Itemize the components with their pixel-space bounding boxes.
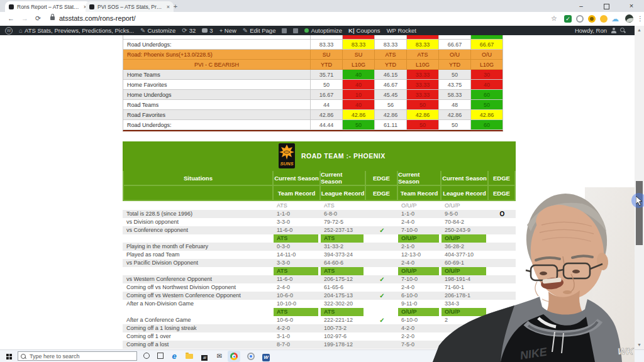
stat-cell: 33.33 xyxy=(406,70,438,80)
admin-new-link[interactable]: + New xyxy=(219,27,236,34)
tab-pvi-sos[interactable]: PVI SOS – ATS Stats, Previews, P... × xyxy=(86,1,174,12)
column-header-cell: O/U xyxy=(438,50,470,60)
situation-cell: Coming off vs Northwest Division Opponen… xyxy=(123,283,274,292)
howdy-label[interactable]: Howdy, Ron xyxy=(575,27,607,34)
stat-cell: 42.86 xyxy=(406,110,438,120)
new-tab-button[interactable]: + xyxy=(171,2,180,11)
admin-comments-link[interactable]: 3 xyxy=(202,27,213,34)
user-icon xyxy=(611,28,616,33)
record-cell: 6-8-0 xyxy=(321,210,366,218)
edit-icon: ✎ xyxy=(243,27,248,34)
edge-cell: ✓ xyxy=(366,226,398,234)
recorder-app-icon[interactable] xyxy=(247,352,255,361)
stat-cell xyxy=(342,35,374,40)
admin-wp-rocket-link[interactable]: WP Rocket xyxy=(387,27,416,34)
stat-cell: 46.15 xyxy=(374,70,406,80)
situation-cell: Playing in the month of February xyxy=(123,243,274,251)
scrollbar-up-icon[interactable]: ▲ xyxy=(635,26,644,35)
tab-rons-report[interactable]: Rons Report – ATS Stats, Previe... × xyxy=(5,1,91,12)
suns-logo-icon: SUNS xyxy=(279,143,295,168)
admin-updates-link[interactable]: ⟳ 32 xyxy=(182,27,196,34)
edge-cell xyxy=(366,243,398,251)
bookmark-star-icon[interactable]: ☆ xyxy=(551,12,557,25)
row-label: Road: Phoenix Suns(+13.0/228.5) xyxy=(123,50,310,60)
stat-cell: 44 xyxy=(310,100,342,110)
record-cell: 102-97-6 xyxy=(321,332,366,341)
record-cell: 206-175-12 xyxy=(321,275,366,283)
top-table-row: Road Underdogs:83.3383.3383.3383.3366.67… xyxy=(123,40,502,50)
admin-edit-page-link[interactable]: ✎ Edit Page xyxy=(243,27,276,34)
forward-button[interactable]: → xyxy=(21,12,28,25)
admin-plugin-icon-1[interactable] xyxy=(282,28,287,33)
record-cell: 3-3-0 xyxy=(274,218,321,226)
taskbar-search-input[interactable]: Type here to search xyxy=(18,351,137,361)
extension-cloud-icon[interactable]: ☁ xyxy=(611,15,619,23)
autoptimize-label: Autoptimize xyxy=(311,27,342,34)
stat-cell: 42.86 xyxy=(342,110,374,120)
search-icon[interactable] xyxy=(620,28,626,33)
extension-check-icon[interactable]: ✓ xyxy=(564,15,572,23)
record-cell: 64-60-6 xyxy=(321,259,366,267)
back-button[interactable]: ← xyxy=(8,12,14,25)
browser-menu-icon[interactable]: ⋮ xyxy=(637,12,643,25)
tab-close-icon[interactable]: × xyxy=(167,4,170,10)
record-cell: 222-221-12 xyxy=(321,316,366,324)
edge-cell xyxy=(366,341,398,349)
row-label: Road Favorites xyxy=(123,110,310,120)
profile-avatar[interactable] xyxy=(625,14,633,23)
top-table-row: Road: Phoenix Suns(+13.0/228.5)SUSUATSAT… xyxy=(123,50,502,60)
column-header-cell: L10G xyxy=(342,60,374,70)
microsoft-store-icon[interactable]: ⊞ xyxy=(200,352,209,361)
row-label: Home Teams xyxy=(123,70,310,80)
cortana-icon[interactable] xyxy=(142,352,151,361)
scrollbar-down-icon[interactable]: ▼ xyxy=(635,341,644,349)
tab-title: Rons Report – ATS Stats, Previe... xyxy=(17,4,81,10)
admin-coupons-link[interactable]: K| Coupons xyxy=(348,27,380,34)
header-cell: Situations xyxy=(123,171,274,186)
tab-title: PVI SOS – ATS Stats, Previews, P... xyxy=(97,4,164,10)
window-maximize-button[interactable] xyxy=(594,0,619,12)
chrome-icon[interactable] xyxy=(228,351,240,362)
stat-cell: 40 xyxy=(342,80,374,90)
row-label: Home Underdogs xyxy=(123,90,310,100)
window-minimize-button[interactable]: – xyxy=(569,0,594,12)
stat-cell: 45.45 xyxy=(374,90,406,100)
task-view-icon[interactable] xyxy=(156,352,165,361)
situation-cell xyxy=(123,267,274,275)
group-header-cell xyxy=(366,267,398,275)
situation-cell: Coming off vs Western Conference Opponen… xyxy=(123,292,274,300)
stat-cell: 50 xyxy=(470,100,502,110)
extension-ring-icon[interactable] xyxy=(576,15,584,23)
stat-cell: 40 xyxy=(470,80,502,90)
comments-icon xyxy=(202,28,208,33)
group-header-cell xyxy=(366,308,398,316)
extension-amber2-icon[interactable] xyxy=(600,15,608,23)
mail-icon[interactable]: ✉ xyxy=(215,352,224,361)
situation-cell: After a Conference Game xyxy=(123,316,274,324)
situation-cell: Coming off a lost xyxy=(123,341,274,349)
admin-customize-link[interactable]: ✎ Customize xyxy=(140,27,175,34)
reload-button[interactable]: ⟳ xyxy=(35,12,41,25)
record-cell: 394-373-24 xyxy=(321,251,366,259)
row-label: Home Favorites xyxy=(123,80,310,90)
record-cell: 10-10-0 xyxy=(274,300,321,308)
file-explorer-icon[interactable] xyxy=(185,352,194,361)
window-close-button[interactable]: × xyxy=(619,0,644,12)
extension-amber-icon[interactable] xyxy=(588,15,596,23)
record-cell: 11-6-0 xyxy=(274,275,321,283)
edge-icon[interactable]: e xyxy=(170,352,179,361)
column-header-cell: YTD xyxy=(310,60,342,70)
situation-cell: Coming off 1 over xyxy=(123,332,274,341)
scrollbar-thumb[interactable] xyxy=(636,181,643,245)
page-scrollbar[interactable]: ▲ ▼ xyxy=(635,26,644,349)
header-cell: Current Season xyxy=(274,171,321,186)
admin-autoptimize-link[interactable]: Autoptimize xyxy=(304,27,342,34)
admin-site-link[interactable]: ⌂ ATS Stats, Previews, Predictions, Pick… xyxy=(19,27,134,34)
admin-plugin-icon-2[interactable] xyxy=(293,28,298,33)
top-table-row: Road Favorites42.8642.8642.8642.8642.864… xyxy=(123,110,502,120)
wordpress-logo-icon[interactable]: W xyxy=(5,27,13,35)
word-icon[interactable]: W xyxy=(262,352,270,361)
start-button[interactable] xyxy=(6,354,12,359)
address-bar[interactable]: atsstats.com/rons-report/ xyxy=(59,12,136,25)
stat-cell: 61.11 xyxy=(374,120,406,130)
